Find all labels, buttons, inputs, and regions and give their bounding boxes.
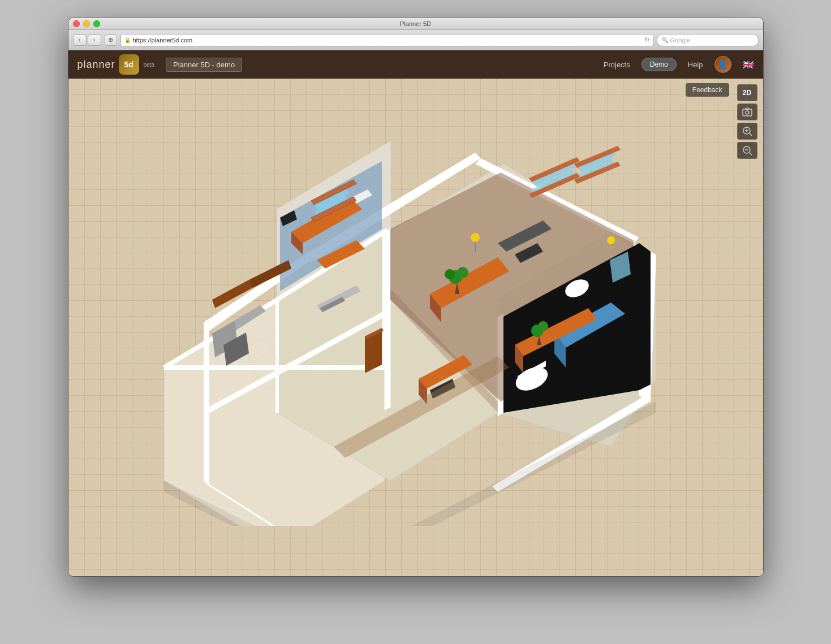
search-bar[interactable]: 🔍 Google xyxy=(657,34,759,46)
zoom-out-button[interactable] xyxy=(737,142,757,159)
url-text: https://planner5d.com xyxy=(133,37,642,44)
mac-window: Planner 5D ‹ › ⊕ 🔒 https://planner5d.com… xyxy=(68,17,764,577)
right-toolbar: 2D xyxy=(737,84,757,159)
help-link[interactable]: Help xyxy=(688,60,703,69)
feedback-button[interactable]: Feedback xyxy=(686,83,729,97)
maximize-button[interactable] xyxy=(93,20,100,27)
svg-marker-12 xyxy=(204,322,209,486)
svg-rect-83 xyxy=(743,109,752,116)
secure-icon: 🔒 xyxy=(124,37,131,43)
svg-line-92 xyxy=(750,153,752,155)
svg-marker-13 xyxy=(385,229,390,410)
screenshot-button[interactable] xyxy=(737,103,757,120)
minimize-button[interactable] xyxy=(83,20,90,27)
window-title: Planner 5D xyxy=(400,20,431,27)
svg-line-89 xyxy=(750,133,752,136)
floorplan-container xyxy=(147,130,656,526)
svg-point-38 xyxy=(445,269,455,279)
beta-label: beta xyxy=(144,62,154,68)
svg-point-79 xyxy=(607,236,615,244)
close-button[interactable] xyxy=(73,20,80,27)
logo-badge: 5d xyxy=(119,54,139,75)
app-header: planner 5d beta Planner 5D - demo Projec… xyxy=(68,50,763,79)
url-bar[interactable]: 🔒 https://planner5d.com ↻ xyxy=(120,34,653,46)
title-bar: Planner 5D xyxy=(68,18,763,30)
view-2d-button[interactable]: 2D xyxy=(737,84,757,101)
language-flag[interactable]: 🇬🇧 xyxy=(743,59,754,70)
browser-toolbar: ‹ › ⊕ 🔒 https://planner5d.com ↻ 🔍 Google xyxy=(68,30,763,50)
svg-point-77 xyxy=(538,321,548,331)
back-button[interactable]: ‹ xyxy=(73,34,87,46)
traffic-lights xyxy=(73,20,100,27)
demo-button[interactable]: Demo xyxy=(641,58,677,71)
forward-button[interactable]: › xyxy=(88,34,101,46)
header-nav: Projects Demo Help 👤 🇬🇧 xyxy=(604,56,754,73)
reload-button[interactable]: ⊕ xyxy=(105,34,117,46)
main-canvas[interactable]: Feedback 2D xyxy=(68,79,763,577)
url-refresh-icon: ↻ xyxy=(644,36,649,44)
logo-area: planner 5d beta xyxy=(77,54,155,75)
projects-link[interactable]: Projects xyxy=(604,60,630,69)
project-name-badge[interactable]: Planner 5D - demo xyxy=(166,58,242,72)
svg-point-84 xyxy=(746,111,749,114)
zoom-in-button[interactable] xyxy=(737,123,757,140)
avatar[interactable]: 👤 xyxy=(714,56,731,73)
logo-text: planner xyxy=(77,59,115,71)
svg-point-37 xyxy=(457,267,468,278)
nav-buttons: ‹ › xyxy=(73,34,101,46)
search-icon: 🔍 xyxy=(662,37,668,43)
svg-point-40 xyxy=(471,233,480,242)
search-placeholder: Google xyxy=(670,37,690,44)
